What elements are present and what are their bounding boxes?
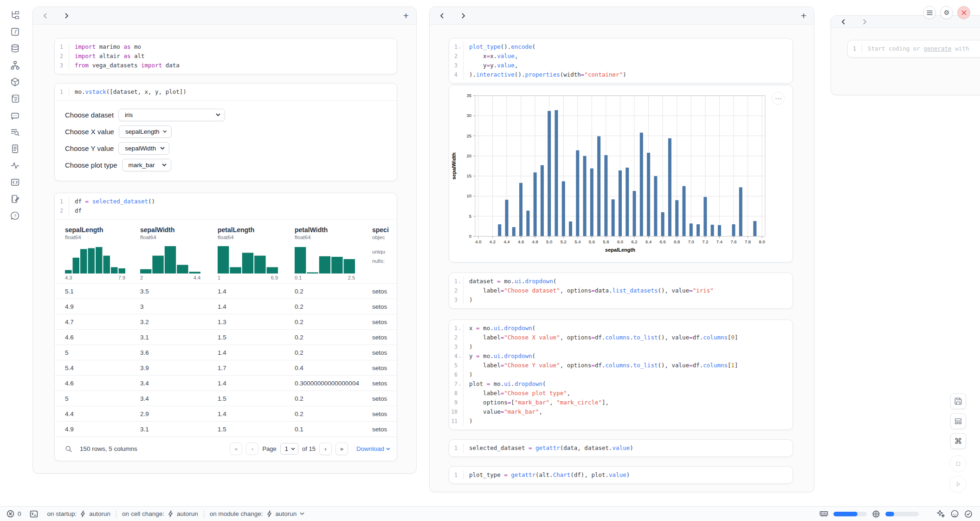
bar[interactable]: [512, 227, 516, 236]
bar[interactable]: [519, 183, 522, 236]
settings-button[interactable]: ⚙: [940, 6, 953, 19]
help-icon[interactable]: ?: [10, 211, 20, 221]
runtime-config-1[interactable]: on startup:autorun: [47, 510, 111, 517]
code-line[interactable]: 2import altair as alt: [55, 52, 397, 61]
bar[interactable]: [732, 224, 735, 236]
dropdown-choose-dataset[interactable]: iris: [118, 109, 225, 121]
chat-bot-icon[interactable]: [10, 111, 20, 120]
bar[interactable]: [654, 176, 657, 236]
code-cell-dataset[interactable]: 1⌄dataset = mo.ui.dropdown(2 label="Choo…: [449, 273, 793, 309]
code-line[interactable]: 2 label="Choose X value", options=df.col…: [449, 333, 793, 342]
code-line[interactable]: 1plot_type = getattr(alt.Chart(df), plot…: [449, 470, 793, 480]
code-line[interactable]: 2 x=x.value,: [449, 52, 793, 61]
table-row[interactable]: 5.13.51.40.2setos: [55, 283, 397, 299]
connected-check-icon[interactable]: [964, 510, 973, 518]
bar[interactable]: [683, 186, 686, 236]
bar[interactable]: [619, 170, 622, 236]
search-icon[interactable]: [65, 445, 72, 453]
file-tree-icon[interactable]: [10, 10, 20, 20]
marimo-mascot-icon[interactable]: [950, 509, 959, 518]
bar[interactable]: [668, 138, 671, 236]
save-button[interactable]: [950, 393, 966, 409]
column-header-speci[interactable]: speciobjecuniqunulls:: [372, 226, 397, 280]
bar[interactable]: [541, 165, 544, 236]
package-cube-icon[interactable]: [10, 77, 20, 87]
code-line[interactable]: 1import marimo as mo: [55, 42, 397, 52]
code-line[interactable]: 7⌄plot = mo.ui.dropdown(: [449, 379, 793, 389]
code-snippet-icon[interactable]: [10, 177, 20, 187]
column-header-sepalLength[interactable]: sepalLengthfloat644.37.9: [65, 226, 140, 280]
last-page-button[interactable]: »: [335, 443, 348, 455]
bar[interactable]: [597, 136, 600, 236]
table-row[interactable]: 4.931.40.2setos: [55, 299, 397, 314]
column-header-petalLength[interactable]: petalLengthfloat6416.9: [218, 226, 295, 280]
activity-icon[interactable]: [10, 161, 20, 170]
collapse-left-icon[interactable]: [437, 11, 446, 20]
runtime-config-3[interactable]: on module change:autorun: [210, 510, 305, 517]
column-header-sepalWidth[interactable]: sepalWidthfloat6424.4: [140, 226, 218, 280]
bar[interactable]: [753, 221, 756, 236]
code-line[interactable]: 3 y=y.value,: [449, 61, 793, 70]
code-line[interactable]: 11): [449, 417, 793, 426]
code-cell-imports[interactable]: 1import marimo as mo2import altair as al…: [54, 38, 397, 74]
code-line[interactable]: 8 label="Choose plot type",: [449, 389, 793, 398]
code-line[interactable]: 3): [449, 295, 793, 305]
table-row[interactable]: 5.43.91.70.4setos: [55, 360, 397, 375]
dropdown-choose-x-value[interactable]: sepalLength: [119, 125, 172, 138]
code-cell-df[interactable]: 1df = selected_dataset()2df sepalLengthf…: [54, 193, 397, 461]
menu-button[interactable]: [923, 6, 936, 19]
runtime-config-2[interactable]: on cell change:autorun: [122, 510, 198, 517]
code-line[interactable]: 2 label="Choose dataset", options=data.l…: [449, 286, 793, 295]
code-line[interactable]: 3): [449, 342, 793, 352]
layout-button[interactable]: [950, 413, 966, 429]
code-line[interactable]: 1selected_dataset = getattr(data, datase…: [449, 443, 793, 453]
bar[interactable]: [625, 168, 629, 236]
code-line[interactable]: 9 options=["mark_bar", "mark_circle"],: [449, 398, 793, 407]
bar[interactable]: [576, 150, 579, 236]
table-row[interactable]: 4.63.41.40.30000000000000004setos: [55, 375, 397, 391]
bar[interactable]: [661, 212, 664, 236]
bar[interactable]: [569, 221, 572, 236]
bar[interactable]: [696, 224, 700, 236]
code-line[interactable]: 1⌄x = mo.ui.dropdown(: [449, 324, 793, 333]
code-line[interactable]: 3from vega_datasets import data: [55, 61, 397, 70]
column-header-petalWidth[interactable]: petalWidthfloat640.12.5: [295, 226, 372, 280]
code-line[interactable]: 10 value="mark_bar",: [449, 407, 793, 417]
bar[interactable]: [534, 172, 537, 236]
bar[interactable]: [612, 199, 615, 236]
table-row[interactable]: 4.63.11.50.2setos: [55, 329, 397, 345]
collapse-left-icon[interactable]: [838, 17, 848, 26]
collapse-right-icon[interactable]: [62, 11, 71, 20]
scroll-icon[interactable]: [10, 94, 20, 104]
code-cell-plot-type[interactable]: 1plot_type = getattr(alt.Chart(df), plot…: [449, 466, 793, 484]
prev-page-button[interactable]: ‹: [246, 443, 258, 455]
add-column-button[interactable]: +: [403, 11, 409, 20]
bar[interactable]: [647, 153, 650, 236]
bar[interactable]: [711, 225, 714, 236]
table-row[interactable]: 4.42.91.40.2setos: [55, 406, 397, 421]
stop-button[interactable]: [949, 455, 967, 472]
bar[interactable]: [554, 110, 558, 236]
bar[interactable]: [718, 225, 721, 236]
collapse-right-icon[interactable]: [458, 11, 468, 20]
shutdown-button[interactable]: [957, 6, 970, 19]
code-line[interactable]: 1⌄dataset = mo.ui.dropdown(: [449, 277, 793, 286]
code-line[interactable]: 5 label="Choose Y value", options=df.col…: [449, 361, 793, 370]
table-row[interactable]: 4.93.11.50.1setos: [55, 421, 397, 436]
code-line[interactable]: 6): [449, 370, 793, 379]
dropdown-choose-y-value[interactable]: sepalWidth: [118, 142, 169, 155]
table-row[interactable]: 53.41.50.2setos: [55, 391, 397, 406]
code-line[interactable]: 2df: [55, 206, 397, 215]
code-cell-xyplot[interactable]: 1⌄x = mo.ui.dropdown(2 label="Choose X v…: [449, 319, 793, 430]
bar[interactable]: [633, 191, 636, 236]
code-line[interactable]: 1mo.vstack([dataset, x, y, plot]): [55, 87, 397, 97]
dropdown-choose-plot-type[interactable]: mark_bar: [122, 159, 171, 171]
ai-sparkles-icon[interactable]: [936, 509, 945, 518]
scratchpad-icon[interactable]: [10, 194, 20, 204]
table-row[interactable]: 4.73.21.30.2setos: [55, 314, 397, 329]
bar[interactable]: [675, 200, 678, 236]
bar[interactable]: [604, 155, 607, 236]
search-list-icon[interactable]: [10, 127, 20, 137]
code-cell-vstack[interactable]: 1mo.vstack([dataset, x, y, plot]) Choose…: [54, 83, 397, 181]
bar[interactable]: [703, 197, 707, 236]
